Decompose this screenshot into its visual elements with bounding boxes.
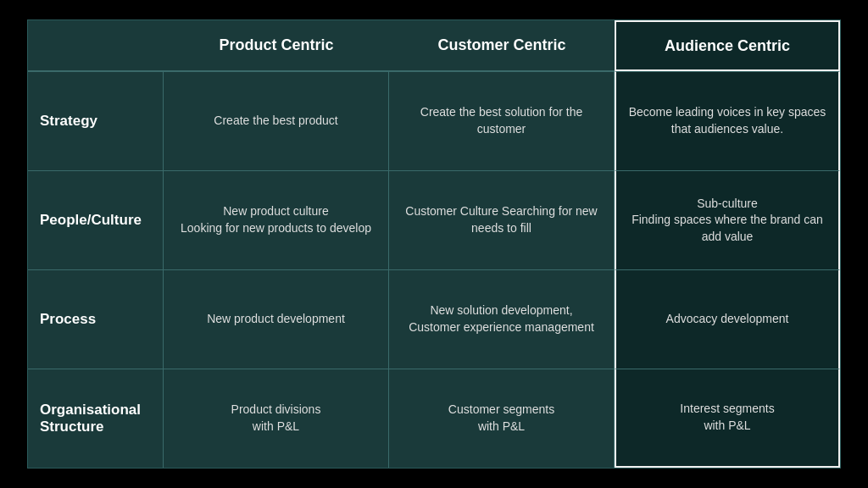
cell-process-audience: Advocacy development — [615, 269, 840, 369]
header-customer: Customer Centric — [389, 20, 615, 71]
label-people: People/Culture — [28, 170, 164, 269]
cell-people-customer: Customer Culture Searching for new needs… — [389, 170, 615, 269]
label-org: OrganisationalStructure — [28, 369, 164, 468]
cell-strategy-audience: Become leading voices in key spaces that… — [615, 71, 840, 170]
header-product: Product Centric — [164, 20, 389, 71]
label-strategy: Strategy — [28, 71, 164, 170]
cell-strategy-product: Create the best product — [164, 71, 389, 170]
slide-container: Product Centric Customer Centric Audienc… — [27, 19, 841, 469]
comparison-table: Product Centric Customer Centric Audienc… — [28, 20, 840, 468]
cell-people-product: New product cultureLooking for new produ… — [164, 170, 389, 269]
label-process: Process — [28, 269, 164, 369]
header-audience: Audience Centric — [615, 20, 840, 71]
cell-org-product: Product divisionswith P&L — [164, 369, 389, 468]
cell-people-audience: Sub-cultureFinding spaces where the bran… — [615, 170, 840, 269]
cell-process-customer: New solution development,Customer experi… — [389, 269, 615, 369]
cell-process-product: New product development — [164, 269, 389, 369]
cell-org-audience: Interest segmentswith P&L — [615, 369, 840, 468]
cell-strategy-customer: Create the best solution for the custome… — [389, 71, 615, 170]
header-empty — [28, 20, 164, 71]
cell-org-customer: Customer segmentswith P&L — [389, 369, 615, 468]
